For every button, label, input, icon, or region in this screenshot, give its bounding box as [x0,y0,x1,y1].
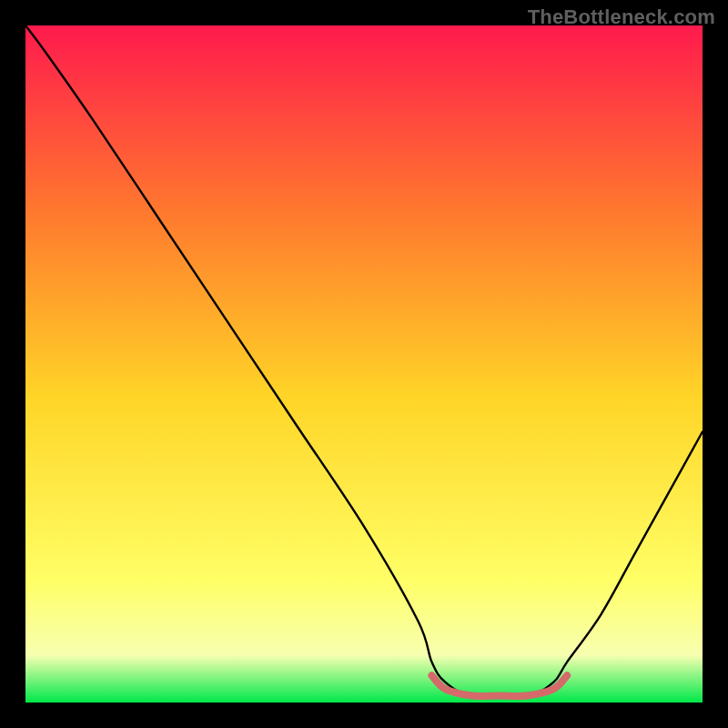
plot-area [25,25,703,703]
watermark-text: TheBottleneck.com [528,5,715,29]
gradient-background [25,25,703,703]
chart-stage: TheBottleneck.com [0,0,728,728]
chart-svg [25,25,703,703]
